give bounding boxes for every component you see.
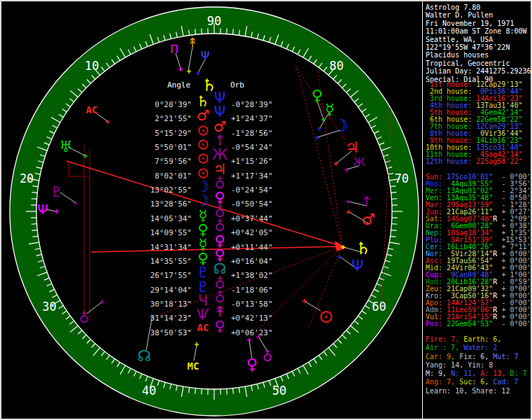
summary-segment: Water: 2 xyxy=(463,344,497,351)
summary-segment: Learn: 10, Share: 12 xyxy=(426,387,510,395)
dial-tick xyxy=(202,388,202,394)
dial-tick xyxy=(31,199,37,200)
dial-tick xyxy=(391,192,397,193)
dial-tick xyxy=(233,29,234,34)
wheel-object-hades-icon: Ж xyxy=(353,155,365,169)
header-line-3: 11:01:00am ST Zone 8:00W xyxy=(426,27,531,35)
wheel-object-pluto-icon: ♇ xyxy=(50,183,63,200)
house-cusp-list: 1st house: 12Cap29'13" 2nd house: 0Pis36… xyxy=(426,81,522,165)
planet-label: Pos: xyxy=(426,320,447,328)
dial-wheel: 908070605040302010♀☿☽♃Ж↑♂♄Ψ⊙♁♀MC☊♁Ψ♇♅ACΠ… xyxy=(1,1,424,420)
house-value: 22Sag58'22" xyxy=(476,158,522,165)
summary-segment: M: 9, xyxy=(426,370,451,377)
wheel-object-uranian-b-icon: ↟ xyxy=(187,35,197,50)
summary-segment: D: 7 xyxy=(510,370,526,377)
header-line-6: Placidus houses xyxy=(426,51,531,59)
glyph-leader-line xyxy=(194,345,197,360)
wheel-object-neptune-icon: Ψ xyxy=(351,257,363,274)
summary-segment: N: 11, xyxy=(451,370,480,377)
summary-segment: Car: 9, xyxy=(426,353,459,360)
summary-line-0: Fire: 7, Earth: 6, xyxy=(426,335,527,344)
element-summary: Fire: 7, Earth: 6,Air : 7, Water: 2Car: … xyxy=(426,335,527,396)
summary-line-6: Learn: 10, Share: 12 xyxy=(426,387,527,396)
dial-tick xyxy=(202,29,202,34)
dial-tick xyxy=(195,29,196,34)
dial-tick xyxy=(195,388,196,394)
dial-pointer-line xyxy=(91,246,342,252)
chart-info-header: Astrolog 7.80Walter D. PullenFri Novembe… xyxy=(426,4,531,83)
summary-line-1: Air : 7, Water: 2 xyxy=(426,344,527,352)
dial-number-90: 90 xyxy=(207,14,221,28)
summary-segment: A: 13, xyxy=(480,370,510,377)
aspect-line-dotted xyxy=(154,246,342,317)
summary-segment: Mut: 7 xyxy=(493,353,518,360)
wheel-object-uranus-icon: ♅ xyxy=(59,138,73,155)
dial-number-50: 50 xyxy=(272,384,286,398)
summary-line-3: Yang: 14, Yin: 8 xyxy=(426,361,527,370)
summary-line-5: Ang: 7, Suc: 6, Cad: 7 xyxy=(426,378,527,386)
planet-orb: - 0°00' xyxy=(497,320,531,328)
glyph-leader-line xyxy=(146,318,152,350)
header-line-0: Astrolog 7.80 xyxy=(426,4,531,11)
summary-segment: Yang: 14, Yin: 8 xyxy=(426,361,493,369)
wheel-object-poseidon-icon: Ψ xyxy=(37,201,48,218)
summary-segment: Air : 7, xyxy=(426,344,463,351)
info-sidebar: Astrolog 7.80Walter D. PullenFri Novembe… xyxy=(426,1,531,419)
dial-tick xyxy=(31,230,37,231)
dial-number-20: 20 xyxy=(20,172,34,186)
wheel-object-node-icon: ☊ xyxy=(137,347,151,365)
dial-tick xyxy=(31,192,37,193)
summary-segment: Fire: 7, xyxy=(426,335,463,343)
header-line-2: Fri November 19, 1971 xyxy=(426,20,531,27)
wheel-object-saturn-icon: ♄ xyxy=(356,239,371,258)
planet-row: Pos: 22Gem54'53" - 0°00' xyxy=(426,321,531,328)
glyph-leader-line xyxy=(188,47,192,71)
wheel-object-uranian-g-icon: ♁ xyxy=(79,309,90,326)
wheel-object-moon-icon: ☽ xyxy=(333,116,349,136)
wheel-object-venus-icon: ♀ xyxy=(312,87,323,104)
wheel-object-cupido-icon: ♀ xyxy=(246,356,258,373)
dial-number-80: 80 xyxy=(330,59,344,73)
wheel-object-midheaven: MC xyxy=(188,360,200,372)
summary-line-2: Car: 9, Fix: 6, Mut: 7 xyxy=(426,353,527,361)
dial-pointer-arrowhead xyxy=(335,241,346,251)
dial-number-10: 10 xyxy=(85,59,99,73)
dial-tick xyxy=(391,199,397,200)
header-line-4: Seattle, WA, USA xyxy=(426,36,531,43)
astrolog-window: 908070605040302010♀☿☽♃Ж↑♂♄Ψ⊙♁♀MC☊♁Ψ♇♅ACΠ… xyxy=(0,0,532,420)
wheel-object-jupiter-icon: ♃ xyxy=(345,139,359,156)
dial-tick xyxy=(233,388,234,394)
summary-segment: Suc: 6, xyxy=(459,378,493,386)
wheel-object-mars-icon: ♂ xyxy=(361,211,375,228)
panel-divider xyxy=(422,1,423,419)
wheel-object-ascendant: AC xyxy=(86,104,98,115)
house-row: 12th house: 22Sag58'22" xyxy=(426,158,522,165)
dial-number-70: 70 xyxy=(395,172,409,186)
dial-number-60: 60 xyxy=(372,300,386,314)
summary-line-4: M: 9, N: 11, A: 13, D: 7 xyxy=(426,370,527,378)
dial-tick xyxy=(391,224,397,225)
dial-number-40: 40 xyxy=(142,384,156,398)
wheel-object-apollon-icon: ♁ xyxy=(262,348,273,365)
glyph-leader-line xyxy=(97,113,107,121)
dial-number-30: 30 xyxy=(42,300,56,314)
summary-segment: Earth: 6, xyxy=(463,335,501,343)
wheel-object-kronos-icon: ↑ xyxy=(361,193,373,210)
summary-segment: Ang: 7, xyxy=(426,378,459,386)
header-line-5: 122°19'55W 47°36'22N xyxy=(426,43,531,51)
wheel-object-mercury-icon: ☿ xyxy=(325,101,335,118)
summary-segment: Cad: 7 xyxy=(493,378,518,386)
planet-value: 22Gem54'53" xyxy=(447,320,493,328)
wheel-object-uranian-c-icon: Ψ xyxy=(201,49,210,62)
header-line-7: Tropical, Geocentric xyxy=(426,59,531,67)
wheel-object-uranian-a-icon: Π xyxy=(170,43,178,56)
dial-tick xyxy=(227,388,227,394)
dial-pointer-line xyxy=(66,161,342,246)
dial-tick xyxy=(31,224,37,225)
planet-position-list: Sun: 17Sco10'01" - 0°00'Moo: 4Aqu39'55" … xyxy=(426,174,531,328)
wheel-object-sun-icon: ⊙ xyxy=(318,306,334,327)
dial-tick xyxy=(391,230,397,231)
header-line-8: Julian Day: 2441275.29236 xyxy=(426,67,531,75)
house-label: 12th house: xyxy=(426,158,476,165)
header-line-1: Walter D. Pullen xyxy=(426,11,531,19)
